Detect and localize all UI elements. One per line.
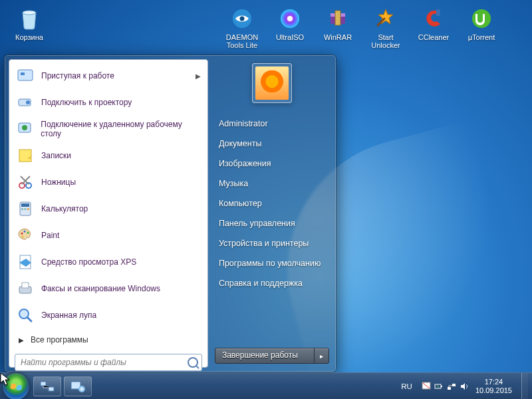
program-magnifier[interactable]: Экранная лупа <box>11 302 206 329</box>
program-paint[interactable]: Paint <box>11 222 206 249</box>
desktop-icon-utorrent[interactable]: µTorrent <box>458 3 505 49</box>
program-label: Подключение к удаленному рабочему столу <box>41 120 201 138</box>
utorrent-icon <box>468 5 495 32</box>
search-box <box>15 354 202 371</box>
right-item-documents[interactable]: Документы <box>215 134 329 154</box>
projector-icon <box>16 93 35 112</box>
right-item-devices-printers[interactable]: Устройства и принтеры <box>215 233 329 253</box>
svg-point-0 <box>23 11 36 15</box>
desktop-icon-label: WinRAR <box>324 33 352 41</box>
right-item-music[interactable]: Музыка <box>215 174 329 194</box>
clock-date: 10.09.2015 <box>475 386 512 395</box>
user-avatar-icon <box>255 66 289 100</box>
desktop-icon-recycle-bin[interactable]: Корзина <box>5 3 53 49</box>
shutdown-button[interactable]: Завершение работы <box>215 348 314 363</box>
clock-time: 17:24 <box>475 378 512 386</box>
shutdown-options-button[interactable]: ▸ <box>314 348 329 363</box>
svg-point-26 <box>27 231 29 233</box>
right-item-computer[interactable]: Компьютер <box>215 194 329 213</box>
right-item-help[interactable]: Справка и поддержка <box>215 273 329 293</box>
svg-point-13 <box>26 100 30 104</box>
program-label: Paint <box>41 231 59 240</box>
calculator-icon <box>16 200 35 218</box>
right-item-pictures[interactable]: Изображения <box>215 154 329 174</box>
taskbar-clock[interactable]: 17:24 10.09.2015 <box>474 378 513 394</box>
all-programs-label: Все программы <box>31 335 88 344</box>
svg-point-27 <box>21 235 23 237</box>
user-avatar-frame[interactable] <box>252 63 292 103</box>
daemon-tools-icon <box>229 5 255 32</box>
program-calculator[interactable]: Калькулятор <box>11 196 206 222</box>
svg-rect-16 <box>19 150 31 162</box>
svg-rect-39 <box>448 387 451 390</box>
chevron-right-icon: ▶ <box>19 336 24 344</box>
getting-started-icon <box>16 66 35 85</box>
desktop-icon-label: DAEMON Tools Lite <box>219 33 265 49</box>
volume-icon[interactable] <box>460 382 469 391</box>
recycle-bin-icon <box>16 5 43 32</box>
program-remote-desktop[interactable]: Подключение к удаленному рабочему столу <box>11 116 206 142</box>
submenu-arrow-icon: ▶ <box>196 72 201 80</box>
svg-rect-22 <box>25 208 27 210</box>
snipping-tool-icon <box>16 173 35 192</box>
power-icon[interactable] <box>434 382 444 391</box>
action-center-icon[interactable] <box>422 382 431 391</box>
program-xps-viewer[interactable]: Средство просмотра XPS <box>11 249 206 275</box>
language-indicator[interactable]: RU <box>401 382 412 390</box>
ultraiso-icon <box>277 5 303 32</box>
right-item-user[interactable]: Administrator <box>215 114 329 134</box>
taskbar: RU 17:24 10.09.2015 <box>0 372 532 399</box>
network-tray-icon[interactable] <box>447 382 456 391</box>
ccleaner-icon <box>420 5 447 32</box>
program-label: Калькулятор <box>41 204 88 213</box>
svg-rect-23 <box>27 208 29 210</box>
svg-point-35 <box>78 386 85 392</box>
svg-rect-38 <box>441 386 442 387</box>
desktop-icon-ultraiso[interactable]: UltraISO <box>266 3 314 49</box>
remote-desktop-icon <box>16 120 34 138</box>
program-label: Записки <box>41 151 71 160</box>
svg-rect-11 <box>21 72 25 75</box>
sticky-notes-icon <box>16 146 35 165</box>
taskbar-pinned-network[interactable] <box>33 376 61 396</box>
desktop-icon-ccleaner[interactable]: CCleaner <box>410 3 458 49</box>
show-desktop-button[interactable] <box>521 373 528 400</box>
svg-rect-30 <box>22 283 29 288</box>
program-snipping-tool[interactable]: Ножницы <box>11 169 206 196</box>
program-label: Ножницы <box>41 178 76 187</box>
svg-point-4 <box>287 16 293 21</box>
desktop-icon-label: Start Unlocker <box>363 33 408 49</box>
svg-point-9 <box>472 9 491 28</box>
program-label: Подключить к проектору <box>41 98 132 107</box>
right-item-default-programs[interactable]: Программы по умолчанию <box>215 253 329 273</box>
desktop-icon-daemon-tools[interactable]: DAEMON Tools Lite <box>218 3 266 49</box>
svg-point-25 <box>23 230 25 232</box>
start-menu-left-pane: Приступая к работе ▶ Подключить к проект… <box>9 59 208 368</box>
all-programs[interactable]: ▶ Все программы <box>11 331 206 350</box>
desktop-icon-label: Корзина <box>15 33 43 41</box>
program-projector[interactable]: Подключить к проектору <box>11 89 206 116</box>
start-unlocker-icon <box>372 5 399 32</box>
svg-rect-10 <box>18 70 33 80</box>
program-getting-started[interactable]: Приступая к работе ▶ <box>11 63 206 89</box>
desktop-icon-label: CCleaner <box>418 33 449 41</box>
desktop-icon-label: µTorrent <box>468 33 495 41</box>
svg-rect-7 <box>335 11 340 25</box>
desktop[interactable]: Корзина DAEMON Tools Lite UltraISO WinRA… <box>0 0 532 399</box>
start-menu-right-pane: Administrator Документы Изображения Музы… <box>208 59 332 368</box>
program-fax-scan[interactable]: Факсы и сканирование Windows <box>11 275 206 302</box>
svg-rect-8 <box>436 9 440 16</box>
svg-rect-20 <box>21 203 29 207</box>
xps-viewer-icon <box>16 253 35 271</box>
svg-rect-21 <box>21 208 23 210</box>
search-input[interactable] <box>15 354 202 371</box>
desktop-icon-label: UltraISO <box>276 33 304 41</box>
start-menu: Приступая к работе ▶ Подключить к проект… <box>4 55 336 372</box>
program-sticky-notes[interactable]: Записки <box>11 142 206 169</box>
desktop-icon-winrar[interactable]: WinRAR <box>314 3 362 49</box>
svg-rect-32 <box>41 382 46 386</box>
taskbar-pinned-media[interactable] <box>64 376 92 396</box>
right-item-control-panel[interactable]: Панель управления <box>215 213 329 233</box>
program-label: Экранная лупа <box>41 311 96 320</box>
desktop-icon-start-unlocker[interactable]: Start Unlocker <box>362 3 410 49</box>
